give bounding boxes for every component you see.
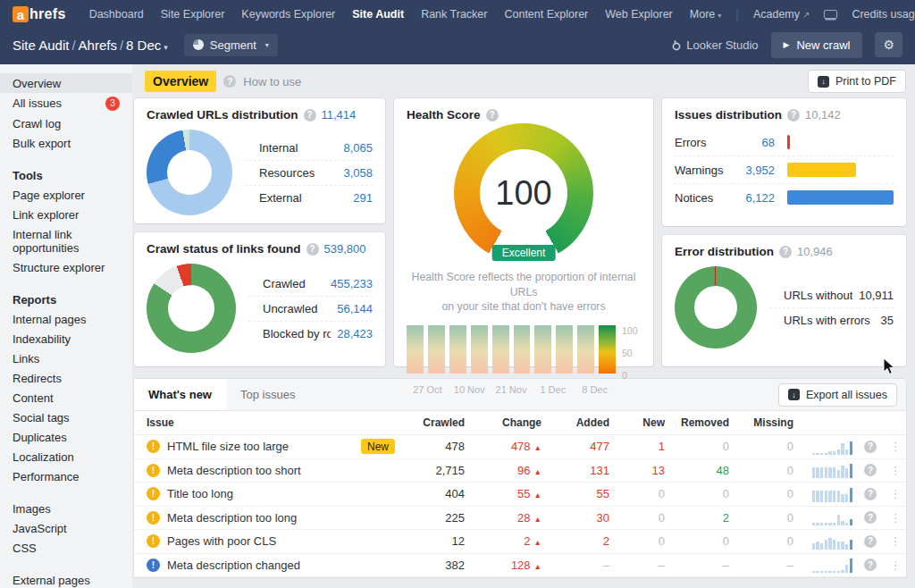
issue-sparkline-chart[interactable] (812, 439, 852, 455)
sidebar-item[interactable]: Internal pages (0, 309, 132, 329)
health-score-history-chart[interactable]: 100 50 0 (407, 325, 641, 381)
sidebar-item[interactable]: Page explorer (0, 185, 132, 205)
sidebar-item[interactable]: Content (0, 388, 132, 407)
col-header-added[interactable]: Added (541, 416, 609, 429)
issue-sparkline-chart[interactable] (812, 533, 852, 550)
sidebar-item[interactable]: Crawl log (0, 113, 132, 133)
nav-item[interactable]: Site Explorer (161, 8, 228, 21)
segment-button[interactable]: Segment ▾ (184, 34, 278, 56)
legend-value-link[interactable]: 291 (353, 191, 373, 205)
sidebar-item[interactable]: Social tags (0, 407, 132, 427)
sidebar-item[interactable]: JavaScript (0, 518, 132, 538)
sidebar-item[interactable]: Duplicates (0, 427, 132, 447)
help-icon[interactable]: ? (864, 511, 877, 524)
issues-value-link[interactable]: 3,952 (734, 164, 775, 177)
help-icon[interactable]: ? (864, 535, 877, 548)
sidebar-item[interactable]: Bulk export (0, 133, 132, 153)
nav-item-academy[interactable]: Academy↗ (753, 8, 810, 21)
issue-sparkline-chart[interactable] (812, 462, 852, 478)
help-icon[interactable]: ? (779, 246, 792, 258)
sidebar-item[interactable]: External pages (0, 570, 132, 588)
nav-item[interactable]: Site Audit (352, 8, 407, 21)
legend-value-link[interactable]: 455,233 (331, 277, 373, 290)
overview-tab[interactable]: Overview (145, 71, 216, 92)
col-header-issue[interactable]: Issue (134, 416, 400, 429)
sidebar-item[interactable]: Images (0, 499, 132, 518)
issue-sparkline-chart[interactable] (812, 486, 852, 502)
col-header-new[interactable]: New (609, 416, 665, 429)
legend-value-link[interactable]: 3,058 (343, 166, 373, 180)
looker-studio-link[interactable]: Looker Studio (671, 38, 758, 52)
issues-bar[interactable] (787, 190, 894, 205)
help-icon[interactable]: ? (486, 109, 499, 122)
sidebar-item[interactable]: Reports (0, 290, 132, 309)
settings-gear-button[interactable]: ⚙ (875, 32, 902, 57)
error-distribution-donut-chart[interactable] (675, 266, 757, 349)
issue-label[interactable]: Title too long (167, 487, 233, 500)
issue-label[interactable]: Meta description changed (167, 559, 300, 572)
issues-value-link[interactable]: 68 (734, 136, 775, 149)
crawl-date-selector[interactable]: 8 Dec (126, 38, 161, 53)
help-icon[interactable]: ? (864, 488, 877, 500)
crawl-status-donut-chart[interactable] (147, 264, 236, 353)
sidebar-item[interactable]: Tools (0, 165, 132, 185)
new-crawl-button[interactable]: ▶New crawl (771, 32, 863, 58)
card-total-link[interactable]: 11,414 (322, 108, 357, 122)
help-icon[interactable]: ? (223, 75, 236, 88)
crawled-urls-donut-chart[interactable] (147, 130, 232, 215)
table-row[interactable]: ! Meta description changed 382 128▲ – – … (134, 554, 906, 578)
nav-item[interactable]: More▾ (690, 8, 722, 21)
table-row[interactable]: ! Meta description too long 225 28▲ 30 0… (134, 507, 906, 531)
credits-usage-menu[interactable]: Credits usage▾ (852, 8, 915, 21)
legend-value-link[interactable]: 28,423 (337, 327, 373, 340)
issues-bar[interactable] (787, 135, 790, 149)
col-header-removed[interactable]: Removed (665, 416, 729, 429)
help-icon[interactable]: ? (787, 109, 800, 122)
table-row[interactable]: ! Meta description too short 2,715 96▲ 1… (134, 459, 906, 483)
sidebar-item[interactable]: Internal link opportunities (0, 224, 132, 257)
breadcrumb-project[interactable]: Ahrefs (79, 38, 117, 53)
sidebar-item[interactable]: Link explorer (0, 205, 132, 224)
issue-label[interactable]: Meta description too short (167, 464, 301, 477)
col-header-missing[interactable]: Missing (729, 416, 793, 429)
issue-label[interactable]: Pages with poor CLS (167, 534, 276, 548)
card-total-link[interactable]: 539,800 (324, 242, 366, 256)
sidebar-item[interactable]: Performance (0, 466, 132, 486)
sidebar-item[interactable]: Redirects (0, 368, 132, 388)
help-icon[interactable]: ? (864, 464, 877, 476)
export-all-issues-button[interactable]: ↓Export all issues (778, 383, 897, 407)
issue-sparkline-chart[interactable] (812, 557, 852, 573)
nav-item[interactable]: Keywords Explorer (241, 8, 338, 21)
breadcrumb-site-audit[interactable]: Site Audit (13, 38, 69, 53)
sidebar-item[interactable]: Structure explorer (0, 257, 132, 277)
sidebar-item[interactable]: Indexability (0, 329, 132, 349)
how-to-use-link[interactable]: How to use (243, 75, 301, 88)
col-header-crawled[interactable]: Crawled (400, 416, 465, 429)
legend-value-link[interactable]: 8,065 (343, 141, 373, 155)
nav-item[interactable]: Dashboard (89, 8, 147, 21)
device-icon[interactable] (824, 10, 837, 19)
col-header-change[interactable]: Change (465, 416, 541, 429)
sidebar-item[interactable]: Localization (0, 447, 132, 466)
issue-label[interactable]: Meta description too long (167, 511, 297, 525)
ahrefs-logo[interactable]: a hrefs (13, 6, 66, 22)
legend-value-link[interactable]: 56,144 (337, 302, 373, 315)
kebab-menu-icon[interactable]: ⋮ (885, 534, 906, 548)
sidebar-item[interactable]: CSS (0, 538, 132, 558)
print-to-pdf-button[interactable]: ↓Print to PDF (808, 70, 906, 93)
nav-item[interactable]: Rank Tracker (421, 8, 490, 21)
kebab-menu-icon[interactable]: ⋮ (885, 440, 906, 453)
help-icon[interactable]: ? (306, 243, 319, 256)
issue-label[interactable]: HTML file size too large (167, 440, 289, 453)
table-row[interactable]: ! Title too long 404 55▲ 55 0 0 0 ? ⋮ (134, 483, 906, 507)
kebab-menu-icon[interactable]: ⋮ (885, 559, 906, 572)
kebab-menu-icon[interactable]: ⋮ (885, 487, 906, 500)
issue-sparkline-chart[interactable] (812, 509, 852, 525)
issues-value-link[interactable]: 6,122 (734, 191, 775, 205)
table-row[interactable]: ! HTML file size too large New 478 478▲ … (134, 435, 906, 459)
kebab-menu-icon[interactable]: ⋮ (885, 464, 906, 477)
nav-item[interactable]: Web Explorer (605, 8, 676, 21)
sidebar-item[interactable]: Links (0, 349, 132, 368)
tab-whats-new[interactable]: What's new (134, 379, 226, 410)
table-row[interactable]: ! Pages with poor CLS 12 2▲ 2 0 0 0 ? ⋮ (134, 530, 906, 554)
